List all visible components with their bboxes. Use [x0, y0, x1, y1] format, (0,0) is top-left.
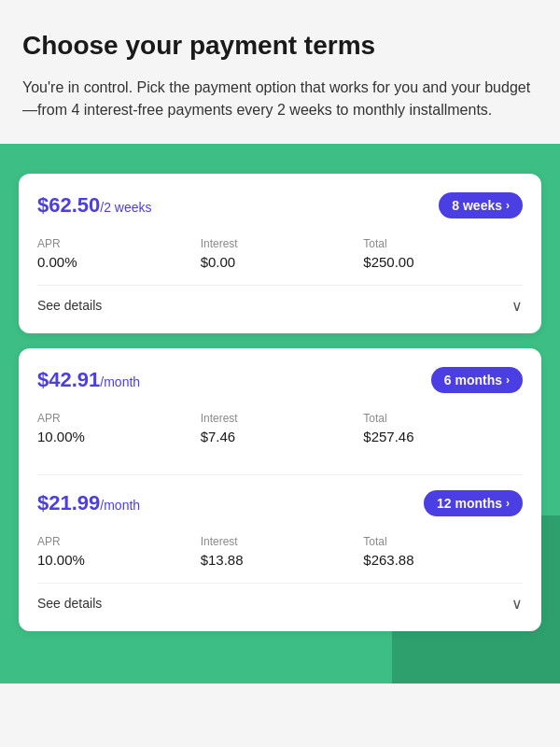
biweekly-divider — [37, 285, 523, 286]
twelve-month-apr-value: 10.00% — [37, 552, 197, 568]
twelve-month-period: /month — [100, 498, 140, 513]
six-month-total-label: Total — [363, 412, 523, 425]
monthly-see-details-row[interactable]: See details ∨ — [37, 595, 523, 613]
six-month-amount-section: $42.91/month — [37, 368, 140, 392]
biweekly-total-section: Total $250.00 — [363, 237, 523, 270]
six-month-badge-chevron: › — [506, 374, 510, 387]
green-section: $62.50/2 weeks 8 weeks › APR 0.00% Inter… — [0, 144, 560, 684]
biweekly-apr-value: 0.00% — [37, 254, 197, 270]
six-month-badge-label: 6 months — [444, 373, 502, 388]
biweekly-card-header: $62.50/2 weeks 8 weeks › — [37, 192, 523, 218]
twelve-month-header: $21.99/month 12 months › — [37, 490, 523, 516]
twelve-month-total-value: $263.88 — [363, 552, 523, 568]
biweekly-badge[interactable]: 8 weeks › — [439, 192, 523, 218]
biweekly-badge-label: 8 weeks — [452, 198, 502, 213]
twelve-month-badge-label: 12 months — [437, 496, 502, 511]
monthly-see-details-text: See details — [37, 596, 102, 611]
monthly-chevron-down-icon: ∨ — [511, 595, 523, 613]
twelve-month-interest-value: $13.88 — [201, 552, 360, 568]
six-month-total-section: Total $257.46 — [363, 412, 523, 444]
biweekly-see-details-text: See details — [37, 298, 102, 313]
biweekly-badge-chevron: › — [506, 199, 510, 212]
twelve-month-interest-label: Interest — [201, 535, 360, 548]
biweekly-amount-section: $62.50/2 weeks — [37, 193, 152, 218]
biweekly-total-value: $250.00 — [363, 254, 523, 270]
biweekly-apr-section: APR 0.00% — [37, 237, 197, 270]
biweekly-interest-value: $0.00 — [201, 254, 360, 270]
biweekly-total-label: Total — [363, 237, 523, 250]
twelve-month-apr-section: APR 10.00% — [37, 535, 197, 568]
twelve-month-interest-section: Interest $13.88 — [201, 535, 360, 568]
six-month-header: $42.91/month 6 months › — [37, 367, 523, 393]
biweekly-interest-section: Interest $0.00 — [201, 237, 360, 270]
biweekly-chevron-down-icon: ∨ — [511, 297, 523, 315]
six-month-apr-section: APR 10.00% — [37, 412, 197, 444]
six-month-amount: $42.91 — [37, 368, 100, 391]
cards-container: $62.50/2 weeks 8 weeks › APR 0.00% Inter… — [19, 174, 541, 631]
six-month-interest-value: $7.46 — [201, 429, 360, 444]
twelve-month-badge[interactable]: 12 months › — [424, 490, 523, 516]
twelve-month-total-label: Total — [363, 535, 523, 548]
six-month-total-value: $257.46 — [363, 429, 523, 444]
biweekly-payment-card: $62.50/2 weeks 8 weeks › APR 0.00% Inter… — [19, 174, 541, 333]
biweekly-see-details-row[interactable]: See details ∨ — [37, 297, 523, 315]
biweekly-amount: $62.50 — [37, 193, 100, 217]
biweekly-interest-label: Interest — [201, 237, 360, 250]
header-section: Choose your payment terms You're in cont… — [0, 0, 560, 144]
six-month-badge[interactable]: 6 months › — [431, 367, 523, 393]
page-description: You're in control. Pick the payment opti… — [22, 77, 538, 121]
six-month-apr-value: 10.00% — [37, 429, 197, 444]
six-month-section: $42.91/month 6 months › APR 10.00% — [37, 367, 523, 475]
biweekly-card-details: APR 0.00% Interest $0.00 Total $250.00 — [37, 237, 523, 270]
twelve-month-apr-label: APR — [37, 535, 197, 548]
twelve-month-section: $21.99/month 12 months › APR 10.00% — [37, 490, 523, 568]
page-title: Choose your payment terms — [22, 30, 538, 62]
twelve-month-details: APR 10.00% Interest $13.88 Total $263.88 — [37, 535, 523, 568]
six-month-details: APR 10.00% Interest $7.46 Total $257.46 — [37, 412, 523, 444]
monthly-payment-card: $42.91/month 6 months › APR 10.00% — [19, 348, 541, 631]
six-month-interest-section: Interest $7.46 — [201, 412, 360, 444]
twelve-month-amount-section: $21.99/month — [37, 491, 140, 515]
monthly-divider — [37, 583, 523, 584]
biweekly-period: /2 weeks — [100, 200, 151, 215]
six-month-period: /month — [100, 374, 140, 389]
six-month-interest-label: Interest — [201, 412, 360, 425]
page-container: Choose your payment terms You're in cont… — [0, 0, 560, 747]
six-month-apr-label: APR — [37, 412, 197, 425]
twelve-month-amount: $21.99 — [37, 491, 100, 514]
biweekly-apr-label: APR — [37, 237, 197, 250]
twelve-month-total-section: Total $263.88 — [363, 535, 523, 568]
twelve-month-badge-chevron: › — [506, 497, 510, 510]
